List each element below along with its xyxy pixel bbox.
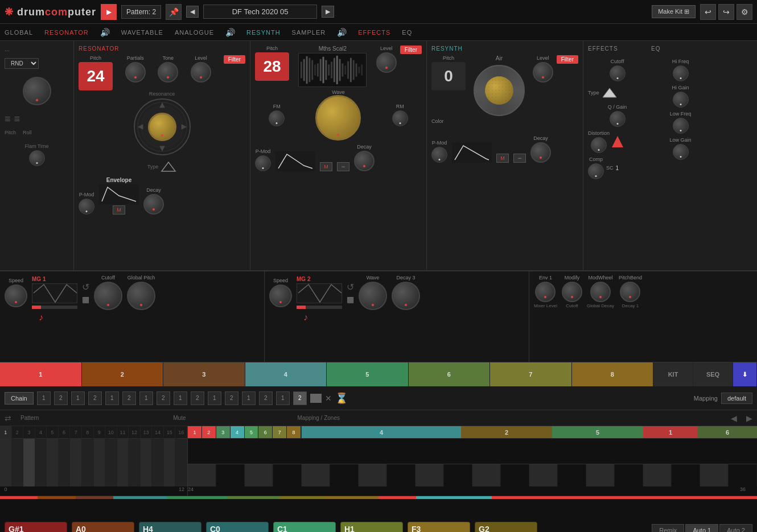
grid-col-15[interactable] <box>164 439 176 486</box>
wt-midi-btn[interactable]: M <box>320 162 332 171</box>
mute-5[interactable]: 5 <box>245 426 259 438</box>
mute-8[interactable]: 8 <box>287 426 301 438</box>
piano-key-8[interactable] <box>387 464 415 486</box>
chain-num-11[interactable]: 1 <box>208 391 221 405</box>
step-btn-dl[interactable]: ⬇ <box>733 362 757 386</box>
grid-col-2[interactable] <box>12 439 24 486</box>
dots-menu[interactable]: ... <box>5 46 10 52</box>
wt-pmod-knob[interactable] <box>255 155 271 171</box>
auto2-tab[interactable]: Auto 2 <box>719 524 752 532</box>
step-btn-7[interactable]: 7 <box>490 362 572 386</box>
grid-col-10[interactable] <box>105 439 117 486</box>
pad-4[interactable]: C0 G#0 <box>206 522 269 532</box>
remix-tab[interactable]: Remix <box>652 524 684 532</box>
res-filter-btn[interactable]: Filter <box>224 55 245 64</box>
rs-filter-btn[interactable]: Filter <box>557 55 578 64</box>
wt-level-knob[interactable] <box>376 52 397 73</box>
tab-analogue[interactable]: ANALOGUE <box>175 29 214 36</box>
seq-nav-left[interactable]: ◀ <box>731 414 737 423</box>
pad-1[interactable]: G#1 A#1 <box>5 522 67 532</box>
grid-col-5[interactable] <box>47 439 59 486</box>
res-pitch-display[interactable]: 24 <box>79 62 113 90</box>
step-5[interactable]: 5 <box>47 426 59 438</box>
env1-pitchbend-knob[interactable] <box>620 282 640 302</box>
rs-level-knob[interactable] <box>533 62 553 83</box>
step-btn-2[interactable]: 2 <box>82 362 164 386</box>
piano-key-20[interactable] <box>729 464 757 486</box>
piano-key-4[interactable] <box>273 464 302 486</box>
step-11[interactable]: 11 <box>117 426 129 438</box>
chain-settings-icon[interactable]: ⌛ <box>335 392 348 405</box>
mg1-speed-knob[interactable] <box>5 284 27 307</box>
auto1-tab[interactable]: Auto 1 <box>685 524 718 532</box>
tab-global[interactable]: GLOBAL <box>5 29 33 36</box>
step-1[interactable]: 1 <box>0 426 12 438</box>
mute-7[interactable]: 7 <box>273 426 287 438</box>
grid-col-7[interactable] <box>70 439 82 486</box>
mg2-speed-knob[interactable] <box>269 284 292 307</box>
piano-key-1[interactable] <box>188 464 216 486</box>
seq-expand-icon[interactable]: ⇄ <box>5 414 11 423</box>
piano-key-10[interactable] <box>444 464 472 486</box>
chain-num-8[interactable]: 2 <box>157 391 170 405</box>
res-level-knob[interactable] <box>191 62 211 83</box>
wt-filter-btn[interactable]: Filter <box>400 46 422 54</box>
pin-icon[interactable]: 📌 <box>166 4 182 20</box>
chain-num-2[interactable]: 2 <box>54 391 68 405</box>
fx-type-shape[interactable] <box>602 85 618 101</box>
play-button[interactable]: ▶ <box>101 4 117 20</box>
mg2-wave-knob[interactable] <box>359 282 387 310</box>
pad-2[interactable]: A0 H0 <box>72 522 134 532</box>
seq-pattern-label[interactable]: Pattern <box>20 415 39 421</box>
pad-8[interactable]: G2 E3 <box>475 522 537 532</box>
global-knob[interactable] <box>23 77 51 105</box>
step-9[interactable]: 9 <box>94 426 106 438</box>
chain-num-1[interactable]: 1 <box>37 391 51 405</box>
piano-key-17[interactable] <box>643 464 672 486</box>
chain-num-10[interactable]: 2 <box>191 391 204 405</box>
piano-key-14[interactable] <box>558 464 586 486</box>
chain-num-14[interactable]: 2 <box>259 391 273 405</box>
settings-icon[interactable]: ⚙ <box>737 4 752 20</box>
rs-pmod-knob[interactable] <box>431 147 447 163</box>
piano-key-2[interactable] <box>216 464 245 486</box>
redo-icon[interactable]: ↪ <box>718 4 734 20</box>
fx-cutoff-knob[interactable] <box>610 65 626 81</box>
env1-modwheel-knob[interactable] <box>590 282 611 302</box>
next-pattern-button[interactable]: ▶ <box>322 6 334 18</box>
flam-time-knob[interactable] <box>29 150 45 166</box>
chain-num-6[interactable]: 2 <box>122 391 136 405</box>
piano-key-13[interactable] <box>529 464 558 486</box>
wt-decay-knob[interactable] <box>354 151 375 171</box>
piano-key-12[interactable] <box>501 464 529 486</box>
mg2-bar-icon[interactable]: ▦ <box>347 295 354 304</box>
pad-7[interactable]: F3 A#4 <box>408 522 470 532</box>
env1-modify-knob[interactable] <box>562 282 582 302</box>
grid-col-11[interactable] <box>117 439 129 486</box>
piano-key-16[interactable] <box>615 464 643 486</box>
piano-key-15[interactable] <box>586 464 615 486</box>
res-tone-knob[interactable] <box>158 62 178 83</box>
grid-col-3[interactable] <box>23 439 35 486</box>
chain-num-4[interactable]: 2 <box>88 391 102 405</box>
mg2-decay3-knob[interactable] <box>392 282 420 310</box>
grid-col-8[interactable] <box>82 439 94 486</box>
eq-lowfreq-knob[interactable] <box>673 118 689 134</box>
step-10[interactable]: 10 <box>105 426 117 438</box>
piano-key-5[interactable] <box>302 464 330 486</box>
mute-6[interactable]: 6 <box>258 426 273 438</box>
wt-rm-knob[interactable] <box>392 110 408 126</box>
grid-col-6[interactable] <box>59 439 71 486</box>
piano-key-7[interactable] <box>359 464 387 486</box>
mg2-reset-icon[interactable]: ↺ <box>347 282 354 292</box>
fx-qgain-knob[interactable] <box>610 111 626 127</box>
pad-6[interactable]: H1 F#2 <box>340 522 403 532</box>
res-decay-knob[interactable] <box>143 194 164 215</box>
step-btn-3[interactable]: 3 <box>163 362 245 386</box>
piano-key-18[interactable] <box>672 464 700 486</box>
step-3[interactable]: 3 <box>23 426 35 438</box>
step-14[interactable]: 14 <box>152 426 164 438</box>
tab-effects[interactable]: EFFECTS <box>358 29 390 36</box>
res-partials-knob[interactable] <box>125 62 146 83</box>
step-btn-kit[interactable]: KIT <box>653 362 693 386</box>
